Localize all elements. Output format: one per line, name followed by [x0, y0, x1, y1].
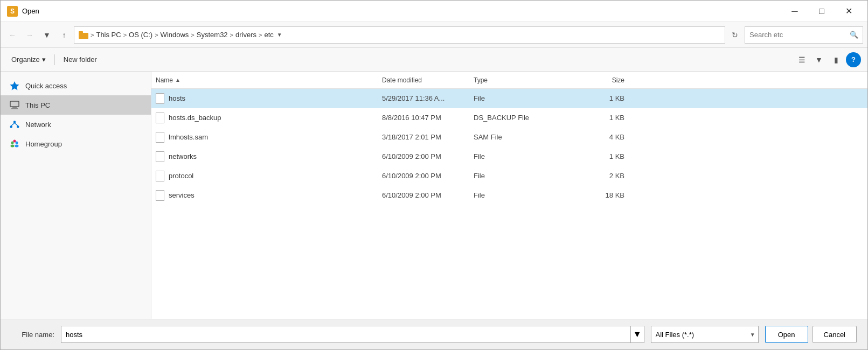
- file-icon-networks: [156, 151, 164, 162]
- file-type-select[interactable]: All Files (*.*) Text Files (*.txt): [651, 326, 759, 343]
- up-button[interactable]: ↑: [57, 27, 72, 43]
- breadcrumb-drivers: drivers: [235, 31, 256, 39]
- sidebar-item-quick-access[interactable]: Quick access: [1, 76, 151, 95]
- organize-label: Organize: [11, 55, 40, 64]
- address-bar-row: ← → ▼ ↑ > This PC > OS (C:) > Windows > …: [1, 22, 867, 48]
- file-row-hosts[interactable]: hosts 5/29/2017 11:36 A... File 1 KB: [151, 89, 867, 108]
- file-row-services[interactable]: services 6/10/2009 2:00 PM File 18 KB: [151, 186, 867, 205]
- network-icon: [9, 119, 20, 130]
- minimize-button[interactable]: ─: [782, 4, 807, 19]
- organize-chevron-icon: ▾: [42, 55, 46, 64]
- svg-rect-4: [12, 107, 17, 108]
- view-list-icon: ☰: [798, 55, 805, 64]
- svg-marker-2: [10, 81, 19, 90]
- svg-point-14: [11, 145, 15, 148]
- toolbar-right: ☰ ▼ ▮ ?: [794, 52, 861, 67]
- file-icon-hosts: [156, 93, 164, 104]
- file-name-hosts: hosts: [156, 93, 382, 104]
- file-list: hosts 5/29/2017 11:36 A... File 1 KB hos…: [151, 89, 867, 319]
- file-row-networks[interactable]: networks 6/10/2009 2:00 PM File 1 KB: [151, 147, 867, 166]
- file-list-header: Name ▲ Date modified Type Size: [151, 72, 867, 89]
- search-icon: 🔍: [850, 31, 858, 39]
- address-box[interactable]: > This PC > OS (C:) > Windows > System32…: [74, 26, 725, 44]
- toolbar-row: Organize ▾ New folder ☰ ▼ ▮ ?: [1, 48, 867, 72]
- view-list-button[interactable]: ☰: [794, 52, 809, 67]
- bottom-bar: File name: ▼ All Files (*.*) Text Files …: [1, 319, 867, 349]
- breadcrumbs: > This PC > OS (C:) > Windows > System32…: [79, 31, 720, 39]
- svg-rect-3: [10, 101, 19, 107]
- this-pc-icon: [9, 100, 20, 110]
- svg-point-8: [17, 125, 19, 128]
- file-icon-protocol: [156, 171, 164, 181]
- svg-line-10: [15, 123, 18, 125]
- file-name-services: services: [156, 190, 382, 201]
- file-name-networks: networks: [156, 151, 382, 162]
- file-list-area: Name ▲ Date modified Type Size hosts 5/2…: [151, 72, 867, 319]
- svg-point-7: [10, 125, 12, 128]
- cancel-button[interactable]: Cancel: [813, 326, 857, 343]
- file-name-dropdown-button[interactable]: ▼: [631, 326, 644, 343]
- file-icon-lmhosts-sam: [156, 132, 164, 143]
- sidebar-item-this-pc[interactable]: This PC: [1, 95, 151, 115]
- view-tiles-icon: ▮: [834, 55, 838, 64]
- maximize-button[interactable]: □: [809, 4, 834, 19]
- file-type-select-wrapper[interactable]: All Files (*.*) Text Files (*.txt) ▼: [651, 326, 759, 343]
- view-tiles-button[interactable]: ▮: [829, 52, 844, 67]
- title-bar: S Open ─ □ ✕: [1, 1, 867, 22]
- file-name-label: File name:: [11, 331, 54, 339]
- file-icon-services: [156, 190, 164, 201]
- window-controls: ─ □ ✕: [782, 4, 861, 19]
- svg-point-13: [13, 140, 16, 143]
- search-input[interactable]: [749, 31, 850, 39]
- breadcrumb-system32: System32: [197, 31, 228, 39]
- col-size-header[interactable]: Size: [571, 76, 624, 84]
- col-type-header[interactable]: Type: [474, 76, 571, 84]
- address-chevron-icon: ▼: [277, 32, 282, 38]
- recent-button[interactable]: ▼: [39, 27, 54, 43]
- col-date-header[interactable]: Date modified: [382, 76, 474, 84]
- breadcrumb-os-c: OS (C:): [129, 31, 152, 39]
- file-name-protocol: protocol: [156, 171, 382, 181]
- svg-rect-1: [79, 31, 83, 33]
- view-chevron-button[interactable]: ▼: [811, 52, 827, 67]
- breadcrumb-etc: etc: [265, 31, 274, 39]
- svg-point-11: [11, 142, 14, 144]
- sidebar-item-homegroup-label: Homegroup: [25, 140, 62, 148]
- refresh-button[interactable]: ↻: [727, 27, 742, 43]
- file-row-lmhosts-sam[interactable]: lmhosts.sam 3/18/2017 2:01 PM SAM File 4…: [151, 128, 867, 147]
- open-dialog: S Open ─ □ ✕ ← → ▼ ↑ > This PC > OS (C:)…: [0, 0, 868, 350]
- file-row-hosts-ds-backup[interactable]: hosts.ds_backup 8/8/2016 10:47 PM DS_BAC…: [151, 108, 867, 128]
- new-folder-label: New folder: [64, 55, 97, 64]
- bottom-row-1: File name: ▼ All Files (*.*) Text Files …: [11, 326, 857, 343]
- action-buttons: Open Cancel: [765, 326, 857, 343]
- file-row-protocol[interactable]: protocol 6/10/2009 2:00 PM File 2 KB: [151, 166, 867, 186]
- col-name-header[interactable]: Name ▲: [156, 76, 382, 84]
- sidebar: Quick access This PC: [1, 72, 151, 319]
- organize-button[interactable]: Organize ▾: [7, 52, 50, 68]
- svg-point-12: [16, 142, 18, 144]
- svg-point-15: [15, 145, 19, 148]
- svg-rect-0: [79, 33, 88, 39]
- file-name-hosts-ds-backup: hosts.ds_backup: [156, 113, 382, 123]
- toolbar-separator: [54, 54, 55, 65]
- app-icon: S: [7, 6, 18, 17]
- file-name-lmhosts-sam: lmhosts.sam: [156, 132, 382, 143]
- help-button[interactable]: ?: [846, 52, 861, 67]
- sidebar-item-this-pc-label: This PC: [25, 101, 50, 109]
- svg-line-9: [11, 123, 15, 125]
- forward-button[interactable]: →: [22, 27, 37, 43]
- open-button[interactable]: Open: [765, 326, 808, 343]
- svg-point-6: [13, 121, 16, 123]
- sort-arrow-icon: ▲: [175, 77, 180, 83]
- back-button[interactable]: ←: [5, 27, 20, 43]
- close-button[interactable]: ✕: [836, 4, 861, 19]
- search-box[interactable]: 🔍: [745, 26, 863, 44]
- sidebar-item-network-label: Network: [25, 121, 51, 129]
- sidebar-item-network[interactable]: Network: [1, 115, 151, 134]
- sidebar-item-homegroup[interactable]: Homegroup: [1, 134, 151, 153]
- breadcrumb-this-pc: This PC: [96, 31, 121, 39]
- new-folder-button[interactable]: New folder: [59, 52, 101, 68]
- main-content: Quick access This PC: [1, 72, 867, 319]
- file-name-input[interactable]: [61, 326, 631, 343]
- view-chevron-icon: ▼: [815, 55, 823, 64]
